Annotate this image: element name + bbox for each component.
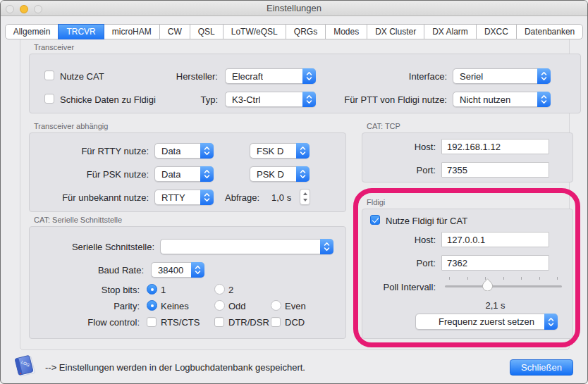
hersteller-label: Hersteller: <box>142 71 218 82</box>
flow-dcd-checkbox[interactable] <box>271 317 281 327</box>
abfrage-value: 1,0 s <box>271 192 291 203</box>
tab-datenbanken[interactable]: Datenbanken <box>516 24 583 39</box>
stepper-up-icon <box>303 192 307 195</box>
parity-even-label: Even <box>285 301 306 311</box>
title-bar: Einstellungen <box>1 1 587 16</box>
stop-bits-2-radio[interactable] <box>214 284 225 295</box>
fldigi-group-title: Fldigi <box>367 198 385 206</box>
tab-bar: Allgemein TRCVR microHAM CW QSL LoTW/eQS… <box>1 24 587 39</box>
slider-track[interactable] <box>445 285 562 287</box>
poll-intervall-label: Poll Intervall: <box>367 282 436 292</box>
psk-mode-popup[interactable]: PSK D <box>250 166 310 182</box>
popup-chevrons-icon <box>320 239 333 254</box>
flow-dtrdsr-checkbox[interactable] <box>214 317 224 327</box>
tab-allgemein[interactable]: Allgemein <box>5 24 59 39</box>
unknown-label: Für unbekannt nutze: <box>29 192 149 203</box>
parity-odd-label: Odd <box>228 301 246 311</box>
slider-thumb[interactable] <box>482 278 494 294</box>
rtty-mode-popup[interactable]: FSK D <box>250 143 310 159</box>
abfrage-label: Abfrage: <box>225 192 259 203</box>
flow-rtscts-checkbox[interactable] <box>147 317 157 327</box>
ptt-popup[interactable]: Nicht nutzen <box>453 92 551 107</box>
popup-chevrons-icon <box>296 166 310 182</box>
tab-cw[interactable]: CW <box>159 24 190 39</box>
rtty-label: Für RTTY nutze: <box>43 146 149 156</box>
abfrage-stepper[interactable] <box>300 189 310 205</box>
popup-chevrons-icon <box>200 143 214 159</box>
popup-chevrons-icon <box>191 262 204 278</box>
nutze-fldigi-cat-checkbox[interactable] <box>370 215 380 225</box>
fldigi-port-field[interactable] <box>441 255 549 271</box>
baud-rate-popup[interactable]: 38400 <box>151 262 204 278</box>
fldigi-host-field[interactable] <box>441 232 549 247</box>
parity-keines-radio[interactable] <box>147 300 157 311</box>
typ-label: Typ: <box>142 94 218 105</box>
footer-note: --> Einstellungen werden in der Logbuchd… <box>45 362 305 373</box>
poll-intervall-slider[interactable] <box>445 277 562 295</box>
tab-lotw-eqsl[interactable]: LoTW/eQSL <box>223 24 286 39</box>
stop-bits-label: Stop bits: <box>43 285 140 295</box>
flow-rtscts-label: RTS/CTS <box>161 317 200 328</box>
popup-chevrons-icon <box>302 92 316 107</box>
stop-bits-1-label: 1 <box>161 285 166 295</box>
baud-rate-label: Baud Rate: <box>43 265 144 275</box>
tab-qrgs[interactable]: QRGs <box>286 24 326 39</box>
psk-label: Für PSK nutze: <box>43 169 149 180</box>
popup-chevrons-icon <box>544 314 558 330</box>
flow-control-label: Flow control: <box>43 317 140 328</box>
transceiver-group-title: Transceiver <box>34 43 74 51</box>
settings-window: Einstellungen Allgemein TRCVR microHAM C… <box>0 0 588 384</box>
serial-port-label: Serielle Schnitstelle: <box>43 242 154 252</box>
stop-bits-1-radio[interactable] <box>147 284 157 295</box>
serial-port-popup[interactable] <box>160 239 333 254</box>
tab-qsl[interactable]: QSL <box>190 24 223 39</box>
interface-label: Interface: <box>325 71 447 82</box>
fldigi-host-label: Host: <box>367 235 436 245</box>
tab-microham[interactable]: microHAM <box>104 24 160 39</box>
flow-dcd-label: DCD <box>285 317 305 328</box>
tcp-port-field[interactable] <box>441 162 549 178</box>
tab-modes[interactable]: Modes <box>325 24 367 39</box>
parity-label: Parity: <box>43 301 140 311</box>
ptt-label: Für PTT von Fldigi nutze: <box>325 94 447 105</box>
stepper-down-icon <box>303 199 307 202</box>
hersteller-popup[interactable]: Elecraft <box>225 68 316 84</box>
trcvr-dependent-group-title: Transceiver abhängig <box>34 122 108 130</box>
tab-dx-cluster[interactable]: DX Cluster <box>367 24 424 39</box>
popup-chevrons-icon <box>302 68 316 84</box>
parity-even-radio[interactable] <box>271 300 281 311</box>
tab-dxcc[interactable]: DXCC <box>476 24 517 39</box>
schliessen-button[interactable]: Schließen <box>510 359 573 376</box>
cat-tcp-group-title: CAT: TCP <box>367 122 400 130</box>
stop-bits-2-label: 2 <box>228 285 233 295</box>
popup-chevrons-icon <box>200 166 214 182</box>
tab-trcvr[interactable]: TRCVR <box>58 24 104 39</box>
popup-chevrons-icon <box>537 92 551 107</box>
popup-chevrons-icon <box>537 68 551 84</box>
typ-popup[interactable]: K3-Ctrl <box>225 92 316 107</box>
nutze-cat-checkbox[interactable] <box>44 70 54 80</box>
popup-chevrons-icon <box>296 143 310 159</box>
nutze-cat-label: Nutze CAT <box>60 71 104 82</box>
slider-ticks <box>449 277 558 280</box>
serial-group-title: CAT: Serielle Schnittstelle <box>34 216 122 224</box>
log-book-icon: LOG <box>12 354 39 382</box>
poll-intervall-value: 2,1 s <box>441 300 549 311</box>
psk-popup[interactable]: Data <box>154 166 214 182</box>
tcp-host-label: Host: <box>367 142 436 152</box>
tab-dx-alarm[interactable]: DX Alarm <box>424 24 477 39</box>
window-title: Einstellungen <box>1 3 587 13</box>
tcp-host-field[interactable] <box>441 139 549 154</box>
parity-odd-radio[interactable] <box>214 300 225 311</box>
parity-keines-label: Keines <box>161 301 189 311</box>
interface-popup[interactable]: Seriel <box>453 68 551 84</box>
flow-dtrdsr-label: DTR/DSR <box>228 317 269 328</box>
fldigi-mode-popup[interactable]: Frequenz zuerst setzen <box>415 314 558 330</box>
tcp-port-label: Port: <box>367 165 436 175</box>
fldigi-port-label: Port: <box>367 258 436 268</box>
nutze-fldigi-cat-label: Nutze Fldigi für CAT <box>386 216 467 226</box>
schicke-daten-checkbox[interactable] <box>44 94 54 104</box>
rtty-popup[interactable]: Data <box>154 143 214 159</box>
popup-chevrons-icon <box>200 190 214 205</box>
unknown-popup[interactable]: RTTY <box>154 190 214 205</box>
